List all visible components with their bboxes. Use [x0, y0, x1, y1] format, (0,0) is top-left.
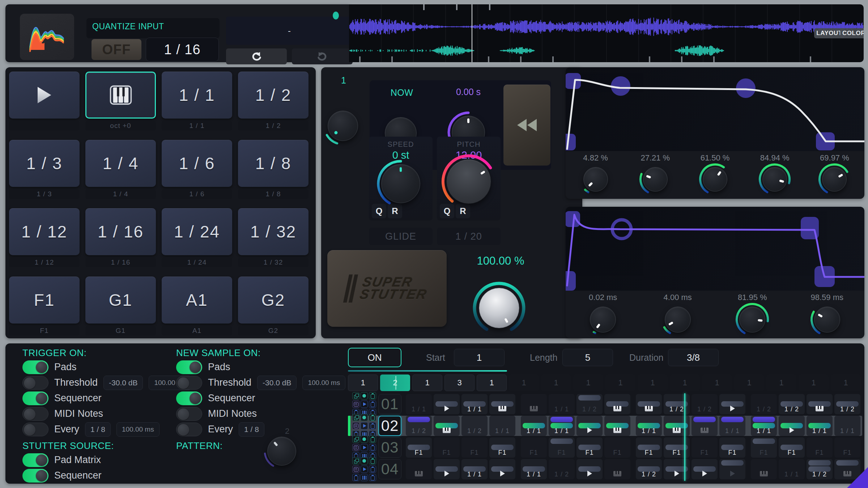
color-button[interactable]: COLOR	[840, 28, 864, 38]
seq-cell-01-11[interactable]: 1 / 2	[692, 394, 718, 414]
pad-A1[interactable]: A1	[162, 277, 232, 324]
step-5[interactable]: 1	[477, 374, 507, 391]
clip-icon[interactable]	[369, 474, 376, 481]
seq-cell-04-9[interactable]: 1 / 2	[636, 459, 662, 479]
trigger-field-0[interactable]: 1 / 8	[85, 422, 111, 437]
seq-cell-03-2[interactable]: F1	[434, 437, 460, 458]
waveform-display[interactable]: LAYOUT COLOR	[349, 4, 864, 62]
record-icon[interactable]	[361, 392, 368, 399]
env1-knob-5[interactable]	[818, 163, 851, 196]
copy-icon[interactable]	[352, 414, 359, 421]
copy-icon[interactable]	[352, 392, 359, 399]
seq-cell-01-6[interactable]: 1 / 1	[549, 394, 575, 414]
sample-field-1[interactable]: 100.00 ms	[302, 376, 345, 390]
sample-field-0[interactable]: -30.0 dB	[257, 376, 297, 390]
step-2[interactable]: 2	[380, 374, 410, 391]
quantize-off-button[interactable]: OFF	[92, 39, 141, 60]
pad-1 / 1[interactable]: 1 / 1	[162, 72, 232, 119]
step-8[interactable]: 1	[573, 374, 603, 391]
bars-icon[interactable]	[361, 474, 368, 481]
clip-icon[interactable]	[369, 457, 376, 465]
speed-knob[interactable]	[376, 159, 425, 208]
seq-cell-02-1[interactable]: 1 / 2	[406, 416, 432, 436]
clip-icon[interactable]	[352, 474, 359, 481]
clip-icon[interactable]	[369, 466, 376, 473]
seq-cell-01-13[interactable]: 1 / 2	[751, 394, 777, 414]
seq-cell-02-9[interactable]: 1 / 1	[636, 416, 662, 436]
seq-cell-01-15[interactable]	[807, 394, 833, 414]
step-12[interactable]: 1	[702, 374, 732, 391]
pad-1 / 4[interactable]: 1 / 4	[85, 140, 156, 187]
seq-cell-02-4[interactable]: 1 / 1	[489, 416, 515, 436]
seq-cell-02-13[interactable]: 1 / 1	[751, 416, 777, 436]
seq-cell-01-2[interactable]	[434, 394, 460, 414]
seq-cell-01-16[interactable]: 1 / 2	[834, 394, 860, 414]
seq-cell-01-7[interactable]: 1 / 2	[576, 394, 603, 414]
seq-cell-03-1[interactable]: F1	[406, 437, 432, 458]
seq-cell-04-13[interactable]	[751, 459, 777, 479]
seq-cell-03-8[interactable]: F1	[604, 437, 630, 458]
env1-knob-4[interactable]	[758, 163, 791, 196]
seq-cell-02-5[interactable]: 1 / 1	[521, 416, 547, 436]
pad-1 / 32[interactable]: 1 / 32	[238, 208, 309, 255]
env2-knob-2[interactable]	[660, 302, 695, 337]
seq-cell-02-14[interactable]	[779, 416, 805, 436]
step-10[interactable]: 1	[638, 374, 668, 391]
seq-cell-03-14[interactable]: F1	[779, 437, 805, 458]
sample-toggle-pads[interactable]	[176, 360, 202, 374]
seq-cell-03-6[interactable]: F1	[549, 437, 575, 458]
seq-cell-02-11[interactable]	[692, 416, 718, 436]
sample-toggle-every[interactable]	[176, 423, 202, 436]
seq-cell-04-6[interactable]: 1 / 2	[549, 459, 575, 479]
seq-cell-02-8[interactable]	[604, 416, 630, 436]
play-icon[interactable]	[361, 444, 368, 451]
seq-cell-04-1[interactable]	[406, 459, 432, 479]
copy-icon[interactable]	[352, 457, 359, 465]
undo-button[interactable]	[226, 48, 287, 64]
env1-knob-1[interactable]	[579, 163, 612, 196]
seq-cell-03-12[interactable]: F1	[719, 437, 745, 458]
step-13[interactable]: 1	[734, 374, 764, 391]
dice-icon[interactable]	[352, 444, 359, 451]
clip-icon[interactable]	[369, 414, 376, 421]
preset-display[interactable]: -	[226, 17, 353, 45]
sample-toggle-threshold[interactable]	[176, 376, 202, 390]
envelope2-curve[interactable]	[566, 207, 864, 291]
seq-cell-01-3[interactable]: 1 / 1	[461, 394, 488, 414]
trigger-toggle-threshold[interactable]	[22, 376, 48, 390]
seq-cell-04-5[interactable]: 1 / 1	[521, 459, 547, 479]
seq-cell-02-16[interactable]: 1 / 1	[834, 416, 860, 436]
step-15[interactable]: 1	[799, 374, 829, 391]
ratio-field[interactable]: 1 / 20	[437, 228, 501, 245]
step-1[interactable]: 1	[348, 374, 378, 391]
pad-play[interactable]	[9, 72, 80, 119]
pad-piano-selected[interactable]	[85, 72, 156, 119]
seq-cell-03-9[interactable]: F1	[636, 437, 662, 458]
play-icon[interactable]	[361, 401, 368, 408]
pad-G1[interactable]: G1	[85, 277, 156, 324]
env2-knob-3[interactable]	[735, 302, 770, 337]
pad-1 / 12[interactable]: 1 / 12	[9, 208, 80, 255]
seq-cell-01-1[interactable]: 1 / 1	[406, 394, 432, 414]
seq-cell-03-13[interactable]: F1	[751, 437, 777, 458]
pattern-knob[interactable]	[262, 432, 301, 471]
glide-button[interactable]: GLIDE	[369, 228, 433, 245]
seq-cell-01-5[interactable]	[521, 394, 547, 414]
row-number-01[interactable]: 01	[378, 394, 401, 414]
seq-cell-03-16[interactable]: F1	[834, 437, 860, 458]
dice-icon[interactable]	[352, 466, 359, 473]
duration-field[interactable]: 3/8	[668, 349, 719, 366]
seq-cell-03-3[interactable]: F1	[461, 437, 488, 458]
seq-cell-02-3[interactable]: 1 / 2	[461, 416, 488, 436]
source-toggle-sequencer[interactable]	[22, 469, 48, 483]
seq-cell-04-12[interactable]	[719, 459, 745, 479]
trigger-toggle-midi-notes[interactable]	[22, 407, 48, 421]
clip-icon[interactable]	[369, 422, 376, 429]
step-7[interactable]: 1	[541, 374, 571, 391]
seq-cell-02-2[interactable]	[434, 416, 460, 436]
step-16[interactable]: 1	[831, 374, 861, 391]
sample-toggle-sequencer[interactable]	[176, 391, 202, 405]
retrig-knob[interactable]	[323, 106, 363, 146]
record-icon[interactable]	[361, 457, 368, 465]
pad-1 / 24[interactable]: 1 / 24	[162, 208, 232, 255]
